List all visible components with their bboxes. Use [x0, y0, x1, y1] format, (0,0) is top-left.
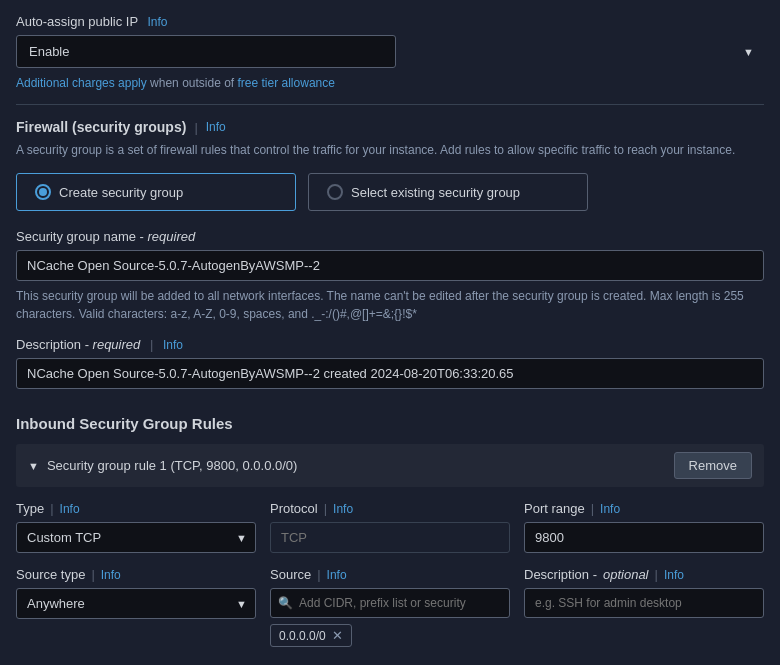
source-type-label: Source type | Info — [16, 567, 256, 582]
free-tier-link[interactable]: free tier allowance — [238, 76, 335, 90]
select-radio-circle — [327, 184, 343, 200]
create-radio-circle — [35, 184, 51, 200]
source-tag-close-icon[interactable]: ✕ — [332, 628, 343, 643]
sg-name-section: Security group name - required This secu… — [16, 229, 764, 323]
rule-description-field: Description - optional | Info — [524, 567, 764, 647]
sg-description-input[interactable] — [16, 358, 764, 389]
firewall-section: Firewall (security groups) | Info A secu… — [16, 104, 764, 647]
firewall-header: Firewall (security groups) | Info — [16, 119, 764, 135]
sg-name-label: Security group name - required — [16, 229, 764, 244]
source-type-info-link[interactable]: Info — [101, 568, 121, 582]
auto-assign-title: Auto-assign public IP — [16, 14, 138, 29]
source-tag: 0.0.0.0/0 ✕ — [270, 624, 352, 647]
rule-form-bottom: Source type | Info Anywhere My IP Custom… — [16, 567, 764, 647]
auto-assign-section: Auto-assign public IP Info Enable Disabl… — [16, 14, 764, 68]
create-option-label: Create security group — [59, 185, 183, 200]
main-container: Auto-assign public IP Info Enable Disabl… — [0, 0, 780, 665]
port-range-info-link[interactable]: Info — [600, 502, 620, 516]
source-type-select-wrapper: Anywhere My IP Custom Anywhere IPv6 ▼ — [16, 588, 256, 619]
source-search-icon: 🔍 — [278, 596, 293, 610]
firewall-description: A security group is a set of firewall ru… — [16, 141, 764, 159]
rule-desc-info-link[interactable]: Info — [664, 568, 684, 582]
rule-1-row: ▼ Security group rule 1 (TCP, 9800, 0.0.… — [16, 444, 764, 487]
type-info-link[interactable]: Info — [60, 502, 80, 516]
firewall-info-link[interactable]: Info — [206, 120, 226, 134]
select-security-group-option[interactable]: Select existing security group — [308, 173, 588, 211]
source-tag-value: 0.0.0.0/0 — [279, 629, 326, 643]
auto-assign-chevron-icon: ▼ — [743, 46, 754, 58]
source-type-field: Source type | Info Anywhere My IP Custom… — [16, 567, 256, 647]
auto-assign-dropdown-wrapper: Enable Disable ▼ — [16, 35, 764, 68]
source-label: Source | Info — [270, 567, 510, 582]
sg-description-section: Description - required | Info — [16, 337, 764, 395]
rule-desc-label: Description - optional | Info — [524, 567, 764, 582]
protocol-label: Protocol | Info — [270, 501, 510, 516]
auto-assign-info-link[interactable]: Info — [148, 15, 168, 29]
rule-1-chevron-icon[interactable]: ▼ — [28, 460, 39, 472]
inbound-rules-title: Inbound Security Group Rules — [16, 411, 764, 432]
sg-name-hint: This security group will be added to all… — [16, 287, 764, 323]
rule-desc-input[interactable] — [524, 588, 764, 618]
charge-rest: when outside of — [150, 76, 237, 90]
rule-1-label: Security group rule 1 (TCP, 9800, 0.0.0.… — [47, 458, 298, 473]
remove-rule-button[interactable]: Remove — [674, 452, 752, 479]
type-field: Type | Info Custom TCP SSH HTTP HTTPS ▼ — [16, 501, 256, 553]
type-label: Type | Info — [16, 501, 256, 516]
charge-notice: Additional charges apply when outside of… — [16, 76, 764, 90]
type-select[interactable]: Custom TCP SSH HTTP HTTPS — [16, 522, 256, 553]
protocol-input — [270, 522, 510, 553]
protocol-info-link[interactable]: Info — [333, 502, 353, 516]
security-group-options: Create security group Select existing se… — [16, 173, 764, 211]
source-field: Source | Info 🔍 0.0.0.0/0 ✕ — [270, 567, 510, 647]
port-range-field: Port range | Info — [524, 501, 764, 553]
source-type-select[interactable]: Anywhere My IP Custom Anywhere IPv6 — [16, 588, 256, 619]
source-input[interactable] — [270, 588, 510, 618]
sg-name-input[interactable] — [16, 250, 764, 281]
source-input-wrapper: 🔍 — [270, 588, 510, 618]
rule-1-left: ▼ Security group rule 1 (TCP, 9800, 0.0.… — [28, 458, 297, 473]
type-select-wrapper: Custom TCP SSH HTTP HTTPS ▼ — [16, 522, 256, 553]
port-range-label: Port range | Info — [524, 501, 764, 516]
source-info-link[interactable]: Info — [327, 568, 347, 582]
description-info-link[interactable]: Info — [163, 338, 183, 352]
rule-form-top: Type | Info Custom TCP SSH HTTP HTTPS ▼ — [16, 501, 764, 553]
select-option-label: Select existing security group — [351, 185, 520, 200]
firewall-title: Firewall (security groups) — [16, 119, 186, 135]
auto-assign-select[interactable]: Enable Disable — [16, 35, 396, 68]
create-security-group-option[interactable]: Create security group — [16, 173, 296, 211]
sg-description-label: Description - required | Info — [16, 337, 764, 352]
port-range-input[interactable] — [524, 522, 764, 553]
protocol-field: Protocol | Info — [270, 501, 510, 553]
charge-highlight: Additional charges apply — [16, 76, 147, 90]
auto-assign-label: Auto-assign public IP Info — [16, 14, 764, 29]
